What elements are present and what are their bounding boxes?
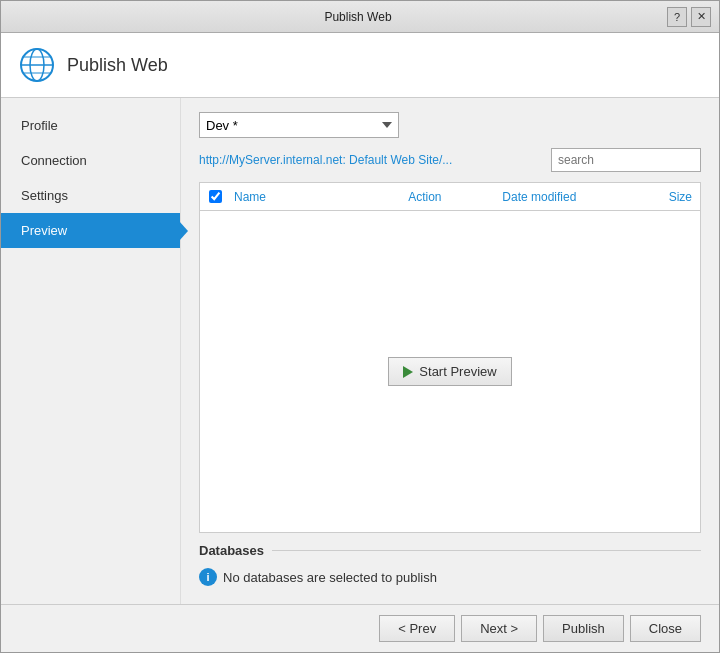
databases-info: i No databases are selected to publish: [199, 564, 701, 590]
profile-select[interactable]: Dev * Production Staging: [199, 112, 399, 138]
databases-divider: [272, 550, 701, 551]
databases-section: Databases i No databases are selected to…: [199, 543, 701, 590]
col-action-header: Action: [387, 190, 463, 204]
close-title-button[interactable]: ✕: [691, 7, 711, 27]
prev-button[interactable]: < Prev: [379, 615, 455, 642]
next-button[interactable]: Next >: [461, 615, 537, 642]
play-icon: [403, 366, 413, 378]
publish-button[interactable]: Publish: [543, 615, 624, 642]
search-input[interactable]: [551, 148, 701, 172]
globe-icon: [19, 47, 55, 83]
url-search-row: http://MyServer.internal.net: Default We…: [199, 148, 701, 172]
check-all-col: [200, 190, 230, 203]
dialog-body: Profile Connection Settings Preview Dev …: [1, 98, 719, 604]
help-button[interactable]: ?: [667, 7, 687, 27]
databases-header: Databases: [199, 543, 701, 558]
databases-title: Databases: [199, 543, 264, 558]
publish-web-dialog: Publish Web ? ✕ Publish Web Profile Conn…: [0, 0, 720, 653]
title-bar: Publish Web ? ✕: [1, 1, 719, 33]
sidebar-item-profile[interactable]: Profile: [1, 108, 180, 143]
col-date-header: Date modified: [463, 190, 616, 204]
col-name-header: Name: [230, 190, 387, 204]
file-table: Name Action Date modified Size Start Pre…: [199, 182, 701, 533]
start-preview-label: Start Preview: [419, 364, 496, 379]
sidebar-item-settings[interactable]: Settings: [1, 178, 180, 213]
table-header: Name Action Date modified Size: [200, 183, 700, 211]
table-body: Start Preview: [200, 211, 700, 532]
dialog-footer: < Prev Next > Publish Close: [1, 604, 719, 652]
col-size-header: Size: [616, 190, 700, 204]
dialog-header: Publish Web: [1, 33, 719, 98]
start-preview-button[interactable]: Start Preview: [388, 357, 511, 386]
databases-info-text: No databases are selected to publish: [223, 570, 437, 585]
sidebar: Profile Connection Settings Preview: [1, 98, 181, 604]
sidebar-item-connection[interactable]: Connection: [1, 143, 180, 178]
profile-row: Dev * Production Staging: [199, 112, 701, 138]
dialog-title: Publish Web: [49, 10, 667, 24]
check-all-checkbox[interactable]: [209, 190, 222, 203]
title-bar-buttons: ? ✕: [667, 7, 711, 27]
close-button[interactable]: Close: [630, 615, 701, 642]
sidebar-item-preview[interactable]: Preview: [1, 213, 180, 248]
url-text: http://MyServer.internal.net: Default We…: [199, 153, 551, 167]
content-area: Dev * Production Staging http://MyServer…: [181, 98, 719, 604]
header-title: Publish Web: [67, 55, 168, 76]
info-icon: i: [199, 568, 217, 586]
